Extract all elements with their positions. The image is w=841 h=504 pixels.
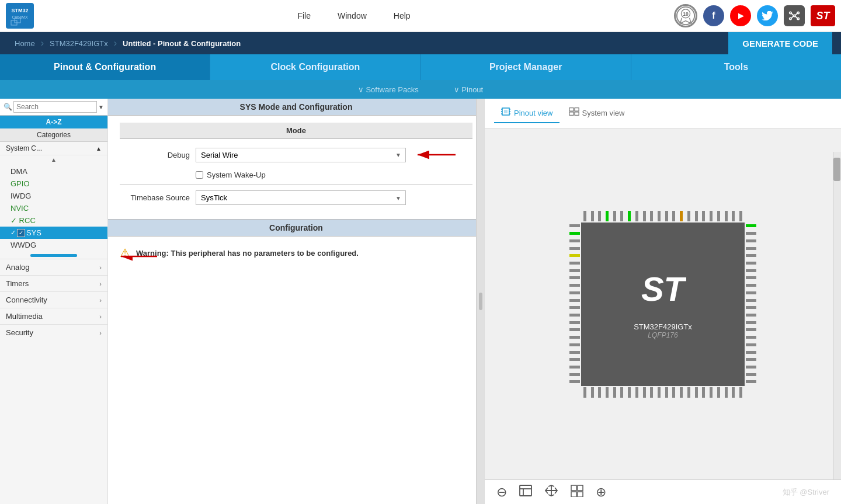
pin (710, 211, 713, 221)
sidebar-item-sys[interactable]: ✓ SYS (0, 227, 107, 239)
right-scrollbar[interactable] (833, 152, 841, 479)
subtab-software-packs[interactable]: ∨ Software Packs (358, 85, 419, 94)
youtube-icon[interactable]: ▶ (730, 5, 751, 26)
sidebar-item-nvic[interactable]: NVIC (0, 202, 107, 214)
pin (702, 387, 705, 398)
chip-area: ST STM32F429IGTx LQFP176 (485, 128, 841, 479)
menu-file[interactable]: File (293, 9, 315, 23)
pin (591, 387, 594, 398)
facebook-icon[interactable]: f (703, 5, 724, 26)
mode-section: Mode Debug Serial Wire No Debug JTAG (5 … (108, 116, 484, 219)
menu-help[interactable]: Help (389, 9, 415, 23)
zoom-out-button[interactable]: ⊖ (496, 485, 507, 500)
nav-menu: File Window Help (46, 9, 662, 23)
tab-pinout-view[interactable]: Pinout view (494, 103, 559, 123)
pin (569, 306, 580, 309)
timers-chevron-icon: › (99, 280, 102, 287)
pin (583, 387, 586, 398)
tab-project[interactable]: Project Manager (421, 54, 631, 80)
scrollbar-thumb[interactable] (833, 158, 840, 181)
pin (746, 284, 756, 287)
system-wakeup-label: System Wake-Up (207, 171, 266, 179)
timebase-row: Timebase Source SysTick TIM1 TIM2 ▼ (120, 190, 472, 205)
svg-point-12 (797, 18, 799, 19)
sidebar-item-wwdg[interactable]: WWDG (0, 239, 107, 251)
pins-right (746, 223, 756, 386)
config-header: Configuration (108, 219, 484, 237)
pin (746, 254, 756, 257)
subtab-pinout[interactable]: ∨ Pinout (454, 85, 484, 94)
sort-az-button[interactable]: A->Z (0, 116, 107, 128)
sidebar-category-analog[interactable]: Analog › (0, 259, 107, 275)
pin (569, 321, 580, 324)
chip-name: STM32F429IGTx (634, 322, 692, 331)
menu-window[interactable]: Window (333, 9, 371, 23)
search-input[interactable] (13, 101, 97, 113)
pin (732, 211, 735, 221)
pin (746, 373, 756, 376)
svg-rect-34 (571, 485, 576, 491)
sidebar-item-dma[interactable]: DMA (0, 165, 107, 178)
pin (687, 387, 690, 398)
sidebar-category-timers[interactable]: Timers › (0, 275, 107, 291)
sys-header: SYS Mode and Configuration (108, 99, 484, 116)
pin (569, 373, 580, 376)
bc-device[interactable]: STM32F429IGTx (44, 39, 114, 48)
grid-button[interactable] (570, 484, 584, 500)
sidebar-item-gpio[interactable]: GPIO (0, 178, 107, 190)
tab-tools[interactable]: Tools (631, 54, 841, 80)
pin (606, 387, 609, 398)
sidebar-item-iwdg[interactable]: IWDG (0, 190, 107, 202)
warning-box: ⚠ Warning: This peripheral has no parame… (108, 237, 484, 269)
svg-line-13 (791, 13, 793, 15)
pin (591, 211, 594, 221)
tab-clock[interactable]: Clock Configuration (210, 54, 420, 80)
tab-system-view[interactable]: System view (562, 103, 631, 123)
sidebar-category-connectivity[interactable]: Connectivity › (0, 291, 107, 308)
pin (569, 358, 580, 361)
search-icon: 🔍 (4, 103, 12, 111)
security-chevron-icon: › (99, 329, 102, 336)
categories-button[interactable]: Categories (0, 128, 107, 142)
sidebar-category-security[interactable]: Security › (0, 324, 107, 340)
tab-pinout[interactable]: Pinout & Configuration (0, 54, 210, 80)
network-icon[interactable] (784, 5, 805, 26)
pin (746, 380, 756, 383)
svg-rect-32 (520, 485, 531, 496)
pin (650, 387, 653, 398)
sidebar-category-multimedia[interactable]: Multimedia › (0, 308, 107, 324)
pin (746, 343, 756, 346)
svg-line-15 (791, 16, 793, 18)
pan-button[interactable] (544, 484, 558, 500)
bc-project[interactable]: Untitled - Pinout & Configuration (117, 39, 246, 48)
pin (643, 211, 646, 221)
timebase-select[interactable]: SysTick TIM1 TIM2 (196, 190, 406, 205)
twitter-icon[interactable] (757, 5, 778, 26)
system-core-section[interactable]: System C... ▲ (0, 142, 107, 155)
bc-home[interactable]: Home (9, 39, 41, 48)
chip-body: ST STM32F429IGTx LQFP176 (581, 223, 745, 386)
generate-code-button[interactable]: GENERATE CODE (728, 32, 832, 54)
pin (672, 387, 675, 398)
sidebar: 🔍 ▼ A->Z Categories System C... ▲ ▲ DMA … (0, 99, 108, 504)
pin (569, 232, 580, 235)
svg-rect-29 (569, 112, 574, 115)
sidebar-item-rcc[interactable]: ✓ RCC (0, 214, 107, 227)
system-wakeup-checkbox[interactable] (196, 171, 203, 179)
pin (695, 211, 698, 221)
fit-view-button[interactable] (519, 484, 533, 500)
pinout-view-icon (501, 107, 512, 119)
pin (732, 387, 735, 398)
pin (583, 211, 586, 221)
chip-container: ST STM32F429IGTx LQFP176 (569, 211, 756, 398)
debug-select[interactable]: Serial Wire No Debug JTAG (5 pins) JTAG … (196, 148, 406, 162)
resize-handle[interactable] (476, 99, 484, 504)
pin (672, 211, 675, 221)
pin (746, 247, 756, 250)
section-collapse-icon: ▲ (96, 145, 102, 152)
pin (658, 387, 661, 398)
pin (569, 276, 580, 279)
pin (569, 314, 580, 317)
scroll-up-button[interactable]: ▲ (0, 155, 107, 164)
zoom-in-button[interactable]: ⊕ (596, 485, 606, 500)
